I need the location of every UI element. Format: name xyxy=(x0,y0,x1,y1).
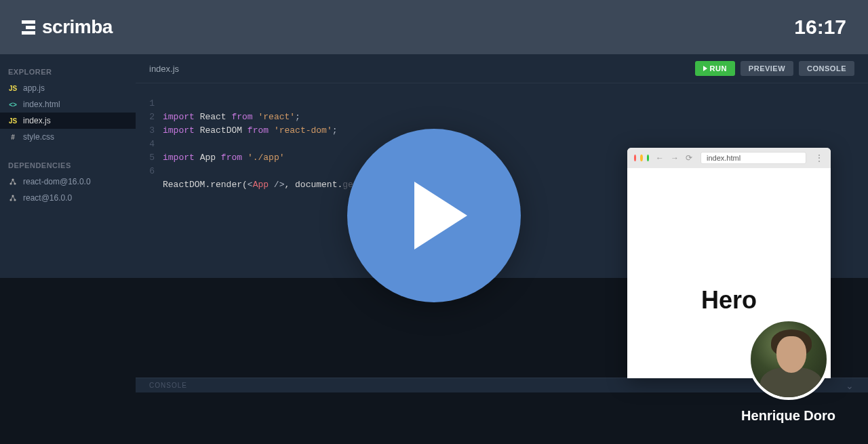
brand-name: scrimba xyxy=(42,16,113,38)
active-file-tab[interactable]: index.js xyxy=(149,64,179,74)
dependency-label: react-dom@16.0.0 xyxy=(23,177,91,186)
brand-logo[interactable]: scrimba xyxy=(22,16,113,38)
dependency-icon xyxy=(8,178,18,186)
dependency-react-dom[interactable]: react-dom@16.0.0 xyxy=(0,174,136,190)
file-index-html[interactable]: <> index.html xyxy=(0,96,136,113)
play-icon xyxy=(414,182,467,249)
explorer-title: EXPLORER xyxy=(0,64,136,80)
editor-buttons: RUN PREVIEW CONSOLE xyxy=(695,61,854,76)
instructor-avatar[interactable] xyxy=(748,319,829,400)
file-label: index.html xyxy=(23,100,60,109)
console-button[interactable]: CONSOLE xyxy=(799,61,854,76)
file-label: app.js xyxy=(23,83,45,93)
scrimba-logo-icon xyxy=(22,20,35,35)
js-icon: JS xyxy=(8,85,18,92)
console-label: CONSOLE xyxy=(149,382,187,389)
dependency-icon xyxy=(8,194,18,202)
nav-forward-icon[interactable]: → xyxy=(671,153,679,163)
window-minimize-icon[interactable] xyxy=(640,155,642,161)
timestamp: 16:17 xyxy=(794,16,846,39)
play-icon xyxy=(703,66,707,71)
instructor-name: Henrique Doro xyxy=(741,408,835,424)
sidebar: EXPLORER JS app.js <> index.html JS inde… xyxy=(0,54,136,444)
nav-back-icon[interactable]: ← xyxy=(656,153,664,163)
window-maximize-icon[interactable] xyxy=(647,155,649,161)
file-style-css[interactable]: # style.css xyxy=(0,129,136,145)
preview-button[interactable]: PREVIEW xyxy=(741,61,793,76)
file-index-js[interactable]: JS index.js xyxy=(0,113,136,129)
instructor-card: Henrique Doro xyxy=(741,319,835,424)
run-button[interactable]: RUN xyxy=(695,61,735,76)
browser-chrome: ← → ⟳ ⋮ xyxy=(627,148,831,168)
app-header: scrimba 16:17 xyxy=(0,0,868,54)
hero-heading: Hero xyxy=(701,286,757,315)
run-label: RUN xyxy=(710,64,727,73)
dependency-label: react@16.0.0 xyxy=(23,193,72,203)
browser-menu-icon[interactable]: ⋮ xyxy=(814,153,824,163)
console-collapse-toggle[interactable]: ⌄ xyxy=(846,380,854,391)
html-icon: <> xyxy=(8,101,18,108)
window-close-icon[interactable] xyxy=(634,155,636,161)
editor-header: index.js RUN PREVIEW CONSOLE xyxy=(136,54,868,83)
file-label: style.css xyxy=(23,132,54,142)
file-app-js[interactable]: JS app.js xyxy=(0,80,136,96)
nav-reload-icon[interactable]: ⟳ xyxy=(686,153,692,163)
play-button[interactable] xyxy=(347,129,521,302)
dependency-react[interactable]: react@16.0.0 xyxy=(0,190,136,206)
js-icon: JS xyxy=(8,117,18,125)
url-input[interactable] xyxy=(701,152,806,164)
dependencies-title: DEPENDENCIES xyxy=(0,157,136,174)
file-label: index.js xyxy=(23,116,51,125)
css-icon: # xyxy=(8,134,18,141)
